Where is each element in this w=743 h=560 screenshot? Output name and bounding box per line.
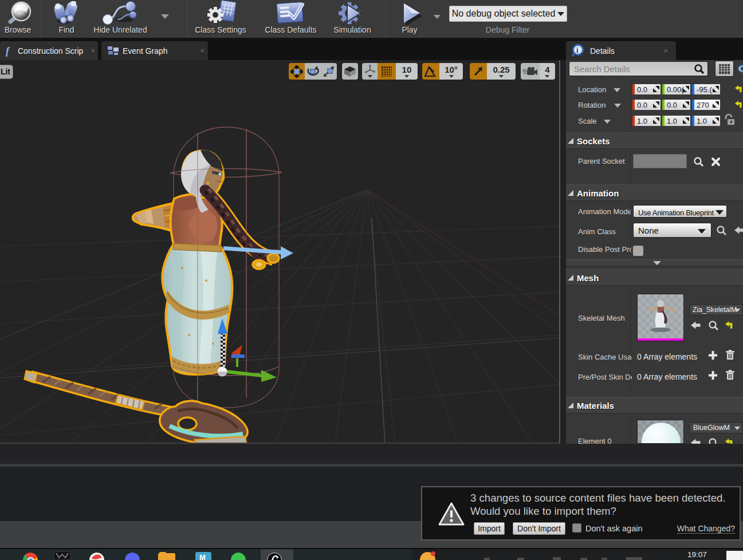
svg-text:i: i: [576, 46, 579, 54]
svg-text:f: f: [6, 45, 10, 57]
